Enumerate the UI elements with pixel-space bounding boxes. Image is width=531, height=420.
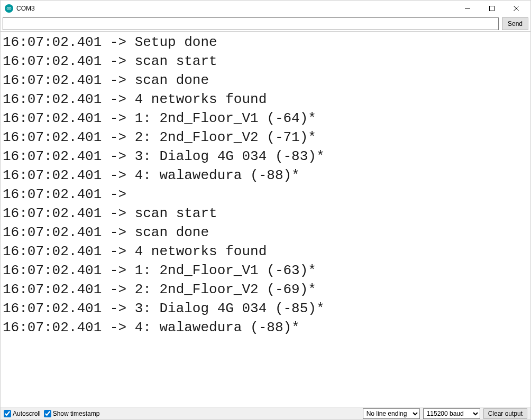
arduino-icon <box>5 4 13 13</box>
clear-output-button[interactable]: Clear output <box>483 408 527 419</box>
autoscroll-checkbox-input[interactable] <box>4 410 11 417</box>
autoscroll-label: Autoscroll <box>13 410 41 417</box>
window-title: COM3 <box>16 5 35 12</box>
baud-select[interactable]: 115200 baud <box>423 408 480 419</box>
bottom-bar: Autoscroll Show timestamp No line ending… <box>1 407 530 419</box>
console-wrap: 16:07:02.401 -> Setup done 16:07:02.401 … <box>1 31 530 407</box>
send-button[interactable]: Send <box>502 17 528 30</box>
titlebar: COM3 <box>1 1 530 16</box>
close-button[interactable] <box>504 1 528 16</box>
serial-console[interactable]: 16:07:02.401 -> Setup done 16:07:02.401 … <box>1 32 530 407</box>
timestamp-checkbox[interactable]: Show timestamp <box>44 410 100 417</box>
maximize-button[interactable] <box>480 1 504 16</box>
timestamp-label: Show timestamp <box>53 410 100 417</box>
serial-input[interactable] <box>3 17 499 30</box>
svg-rect-3 <box>490 6 495 11</box>
input-row: Send <box>1 16 530 31</box>
line-ending-select[interactable]: No line ending <box>363 408 420 419</box>
timestamp-checkbox-input[interactable] <box>44 410 51 417</box>
window-controls <box>455 1 528 16</box>
minimize-button[interactable] <box>455 1 480 16</box>
autoscroll-checkbox[interactable]: Autoscroll <box>4 410 41 417</box>
